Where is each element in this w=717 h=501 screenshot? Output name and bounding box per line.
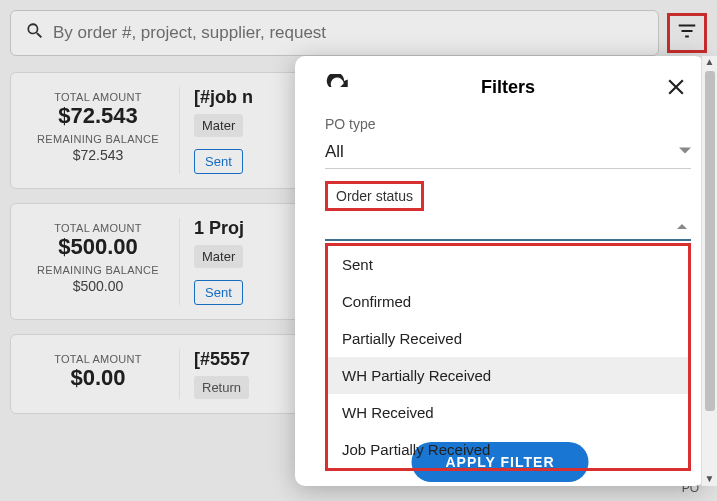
chevron-up-icon [677, 217, 687, 235]
close-icon [663, 86, 689, 103]
chevron-down-icon [679, 142, 691, 162]
search-input[interactable] [53, 23, 644, 43]
po-type-value: All [325, 142, 344, 162]
reset-button[interactable] [325, 74, 351, 100]
filter-icon [676, 20, 698, 46]
panel-title: Filters [353, 77, 663, 98]
refresh-icon [325, 86, 351, 103]
status-option-confirmed[interactable]: Confirmed [328, 283, 688, 320]
total-amount-label: TOTAL AMOUNT [25, 353, 171, 365]
po-type-select[interactable]: All [325, 136, 691, 169]
remaining-balance-label: REMAINING BALANCE [25, 264, 171, 276]
search-icon [25, 21, 53, 45]
total-amount-label: TOTAL AMOUNT [25, 222, 171, 234]
order-status-label: Order status [325, 181, 424, 211]
status-option-job-partially-received[interactable]: Job Partially Received [328, 431, 688, 468]
total-amount: $72.543 [25, 103, 171, 129]
scroll-down-icon: ▼ [702, 473, 717, 484]
total-amount: $500.00 [25, 234, 171, 260]
filter-button[interactable] [667, 13, 707, 53]
close-button[interactable] [663, 74, 689, 100]
order-status-select[interactable] [325, 211, 691, 241]
remaining-balance: $500.00 [25, 278, 171, 294]
scrollbar-thumb[interactable] [705, 71, 715, 411]
scrollbar[interactable]: ▲ ▼ [701, 56, 717, 486]
po-type-label: PO type [325, 116, 691, 132]
order-tag: Mater [194, 114, 243, 137]
total-amount: $0.00 [25, 365, 171, 391]
total-amount-label: TOTAL AMOUNT [25, 91, 171, 103]
filters-panel: Filters PO type All Order status Sent Co… [295, 56, 705, 486]
order-status-badge: Sent [194, 149, 243, 174]
status-option-partially-received[interactable]: Partially Received [328, 320, 688, 357]
order-tag: Return [194, 376, 249, 399]
remaining-balance: $72.543 [25, 147, 171, 163]
status-option-wh-partially-received[interactable]: WH Partially Received [328, 357, 688, 394]
search-box[interactable] [10, 10, 659, 56]
order-tag: Mater [194, 245, 243, 268]
remaining-balance-label: REMAINING BALANCE [25, 133, 171, 145]
status-option-sent[interactable]: Sent [328, 246, 688, 283]
order-status-badge: Sent [194, 280, 243, 305]
scroll-up-icon: ▲ [702, 56, 717, 67]
order-status-dropdown: Sent Confirmed Partially Received WH Par… [325, 243, 691, 471]
status-option-wh-received[interactable]: WH Received [328, 394, 688, 431]
